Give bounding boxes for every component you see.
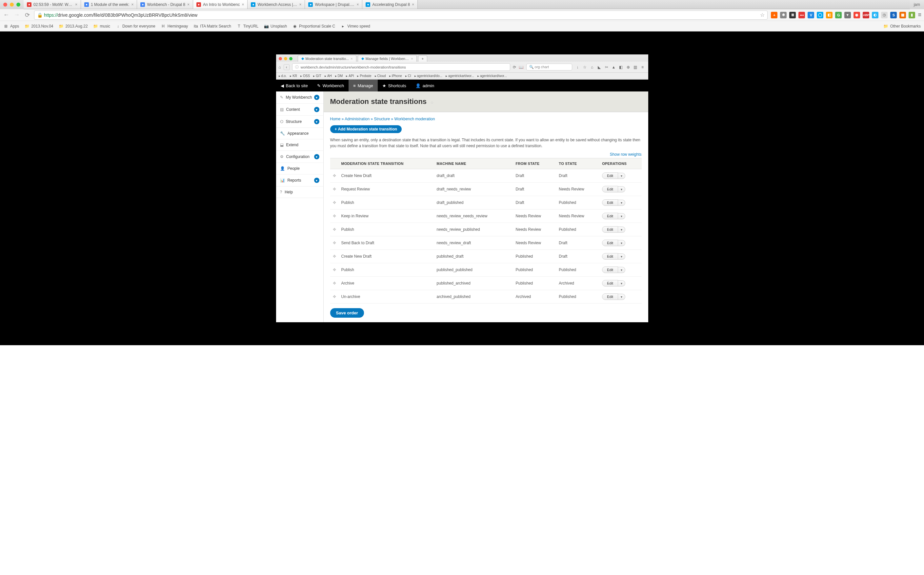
ext-icon[interactable]: ✱ [780, 12, 787, 18]
chevron-down-icon[interactable]: ▾ [314, 107, 319, 112]
drag-handle-icon[interactable]: ✥ [330, 183, 339, 196]
chrome-profile[interactable]: jam [910, 2, 924, 7]
operations-dropdown-icon[interactable]: ▾ [618, 213, 625, 219]
bookmark-item[interactable]: ▸ GIT [313, 74, 321, 78]
close-tab-icon[interactable]: × [131, 2, 133, 7]
bookmark-item[interactable]: ▸ DM [335, 74, 343, 78]
ext-icon[interactable]: + [771, 12, 778, 18]
reload-icon[interactable]: ⟳ [24, 11, 31, 19]
ext-icon[interactable]: ≣ [789, 12, 796, 18]
ext-icon[interactable]: G [835, 12, 842, 18]
operations-dropdown-icon[interactable]: ▾ [618, 240, 625, 246]
toolbar-admin[interactable]: 👤admin [411, 79, 439, 92]
browser-tab[interactable]: ●1 Module of the week:× [81, 0, 137, 9]
maximize-window-icon[interactable] [16, 3, 20, 6]
bookmark-item[interactable]: 📁2013.Nov.04 [24, 24, 53, 29]
bookmark-item[interactable]: TTinyURL [237, 24, 259, 29]
bookmark-item[interactable]: ◉Proportional Scale C [292, 24, 335, 29]
forward-icon[interactable]: → [13, 11, 20, 18]
download-icon[interactable]: ↓ [575, 65, 581, 70]
sidebar-item[interactable]: ⚙Configuration▾ [276, 151, 323, 163]
operations-dropdown-icon[interactable]: ▾ [618, 253, 625, 260]
add-transition-button[interactable]: + Add Moderation state transition [330, 125, 402, 133]
sidebar-item[interactable]: ⬓Extend [276, 139, 323, 151]
ext-icon[interactable]: ▥ [632, 65, 638, 70]
reload-icon[interactable]: ⟳ [513, 65, 516, 70]
toolbar-back-to-site[interactable]: ◀Back to site [276, 79, 313, 92]
edit-button[interactable]: Edit [602, 199, 618, 206]
close-tab-icon[interactable]: × [299, 2, 301, 7]
new-tab-button[interactable]: + [418, 56, 427, 62]
sidebar-item[interactable]: ⌬Structure▾ [276, 116, 323, 128]
other-bookmarks[interactable]: 📁Other Bookmarks [883, 24, 921, 29]
pocket-icon[interactable]: ◣ [597, 65, 602, 70]
browser-tab[interactable]: ●02:53:59 - MotW: Work× [24, 0, 81, 9]
minimize-window-icon[interactable] [10, 3, 14, 6]
close-tab-icon[interactable]: × [411, 57, 413, 60]
shortcut-star-icon[interactable]: ☆ [430, 100, 434, 105]
ext-icon[interactable]: ▦ [899, 12, 906, 18]
chevron-down-icon[interactable]: ▾ [314, 154, 319, 159]
bookmark-item[interactable]: ▸ d.o. [279, 74, 287, 78]
drag-handle-icon[interactable]: ✥ [330, 210, 339, 223]
operations-dropdown-icon[interactable]: ▾ [618, 294, 625, 300]
operations-dropdown-icon[interactable]: ▾ [618, 280, 625, 286]
operations-dropdown-icon[interactable]: ▾ [618, 227, 625, 233]
edit-button[interactable]: Edit [602, 267, 618, 273]
ext-icon[interactable]: ◧ [618, 65, 624, 70]
bookmark-item[interactable]: ▸ Cloud [375, 74, 386, 78]
address-bar[interactable]: 🔒 https://drive.google.com/file/d/0B3b9P… [34, 11, 768, 20]
operations-dropdown-icon[interactable]: ▾ [618, 186, 625, 192]
drag-handle-icon[interactable]: ✥ [330, 263, 339, 277]
edit-button[interactable]: Edit [602, 172, 618, 179]
home-icon[interactable]: ⌂ [589, 65, 595, 70]
edit-button[interactable]: Edit [602, 186, 618, 192]
bookmark-item[interactable]: ▸ KR [290, 74, 297, 78]
browser-tab[interactable]: ◆Manage fields | Workbenc...× [358, 55, 417, 62]
ext-icon[interactable]: ••• [799, 12, 805, 18]
ext-icon[interactable]: ✂ [604, 65, 610, 70]
bookmark-item[interactable]: ▸ iPhone [389, 74, 402, 78]
drag-handle-icon[interactable]: ✥ [330, 277, 339, 290]
toolbar-workbench[interactable]: ✎Workbench [313, 79, 349, 92]
close-tab-icon[interactable]: × [242, 2, 244, 7]
toolbar-manage[interactable]: ≡Manage [349, 79, 378, 92]
home-icon[interactable]: ⌂ [279, 65, 281, 70]
ext-icon[interactable]: ▾ [844, 12, 851, 18]
drag-handle-icon[interactable]: ✥ [330, 196, 339, 210]
browser-tab[interactable]: ●Workbench - Drupal 8× [137, 0, 193, 9]
browser-tab[interactable]: ◆Moderation state transitio...× [298, 55, 356, 62]
ext-icon[interactable]: ◷ [881, 12, 887, 18]
inner-address-bar[interactable]: ⓘ workbench.dev/admin/structure/workbenc… [292, 63, 510, 71]
drag-handle-icon[interactable]: ✥ [330, 237, 339, 250]
ext-icon[interactable]: ◐ [872, 12, 878, 18]
back-icon[interactable]: ‹ [284, 64, 289, 70]
sidebar-item[interactable]: ✎My Workbench▾ [276, 92, 323, 103]
edit-button[interactable]: Edit [602, 240, 618, 246]
ext-icon[interactable]: ◉ [854, 12, 860, 18]
edit-button[interactable]: Edit [602, 253, 618, 260]
close-tab-icon[interactable]: × [356, 2, 359, 7]
sidebar-item[interactable]: 🔧Appearance [276, 128, 323, 139]
save-order-button[interactable]: Save order [330, 308, 364, 318]
drag-handle-icon[interactable]: ✥ [330, 169, 339, 183]
bookmark-item[interactable]: ▸ API [346, 74, 354, 78]
bookmark-item[interactable]: ▸ AH [325, 74, 332, 78]
sidebar-item[interactable]: 👤People [276, 163, 323, 175]
browser-tab[interactable]: ●An Intro to Workbenc× [193, 0, 248, 9]
bookmark-item[interactable]: 📁2013.Aug.22 [59, 24, 88, 29]
bookmark-item[interactable]: ▸Vimeo speed [340, 24, 370, 29]
bookmark-item[interactable]: HHemingway [161, 24, 188, 29]
ext-icon[interactable]: S [890, 12, 897, 18]
chevron-down-icon[interactable]: ▾ [314, 95, 319, 100]
bookmark-item[interactable]: ▸ CI [405, 74, 411, 78]
browser-tab[interactable]: ●Accelerating Drupal 8× [362, 0, 418, 9]
close-tab-icon[interactable]: × [75, 2, 78, 7]
edit-button[interactable]: Edit [602, 226, 618, 233]
browser-tab[interactable]: ●Workspace | Drupal.org× [305, 0, 362, 9]
sidebar-item[interactable]: ▤Content▾ [276, 103, 323, 116]
toolbar-shortcuts[interactable]: ★Shortcuts [378, 79, 411, 92]
bookmark-item[interactable]: ▸ agentrickart/wor... [446, 74, 474, 78]
breadcrumb[interactable]: Home » Administration » Structure » Work… [330, 117, 642, 121]
ext-icon[interactable]: V [808, 12, 814, 18]
